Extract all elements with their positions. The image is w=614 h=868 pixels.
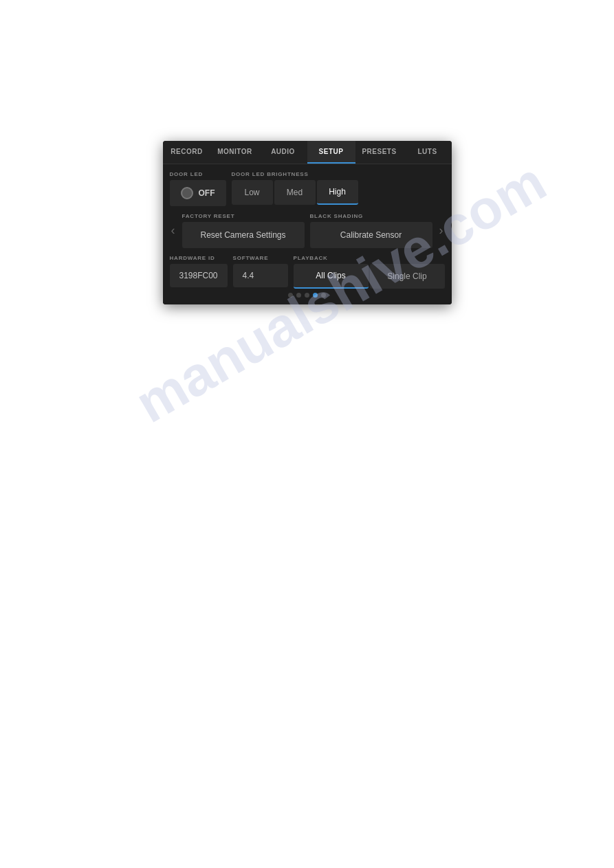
playback-label: PLAYBACK [294,255,445,261]
brightness-btn-group: Low Med High [232,180,358,205]
page-wrapper: manualshive.com RECORD MONITOR AUDIO SET… [0,0,614,868]
calibrate-sensor-btn[interactable]: Calibrate Sensor [310,222,432,248]
info-row: HARDWARE ID 3198FC00 SOFTWARE 4.4 PLAYBA… [170,255,445,289]
dot-4 [313,293,318,298]
content-area: DOOR LED OFF DOOR LED BRIGHTNESS Low Med… [163,164,452,304]
pagination-dots [170,289,445,300]
dot-1 [288,293,293,298]
tab-luts[interactable]: LUTS [404,141,452,164]
next-arrow-btn[interactable]: › [438,218,445,243]
door-led-toggle-label: OFF [199,188,215,198]
hardware-id-group: HARDWARE ID 3198FC00 [170,255,228,287]
door-led-toggle[interactable]: OFF [170,180,226,206]
factory-reset-row: ‹ FACTORY RESET Reset Camera Settings BL… [170,213,445,248]
camera-ui: RECORD MONITOR AUDIO SETUP PRESETS LUTS … [163,141,452,304]
toggle-circle-icon [181,187,193,199]
playback-group: PLAYBACK All Clips Single Clip [294,255,445,289]
tab-presets[interactable]: PRESETS [355,141,404,164]
camera-ui-wrapper: RECORD MONITOR AUDIO SETUP PRESETS LUTS … [163,141,452,304]
playback-btn-group: All Clips Single Clip [294,264,445,289]
dot-2 [296,293,301,298]
tab-record[interactable]: RECORD [163,141,211,164]
factory-reset-label: FACTORY RESET [182,213,305,219]
all-clips-btn[interactable]: All Clips [294,264,369,289]
hardware-id-label: HARDWARE ID [170,255,228,261]
tab-setup[interactable]: SETUP [307,141,355,164]
factory-reset-group: FACTORY RESET Reset Camera Settings [182,213,305,248]
door-led-label: DOOR LED [170,171,226,177]
brightness-low-btn[interactable]: Low [232,180,273,205]
black-shading-group: BLACK SHADING Calibrate Sensor [310,213,432,248]
brightness-high-btn[interactable]: High [317,180,358,205]
black-shading-label: BLACK SHADING [310,213,432,219]
dot-3 [305,293,309,298]
brightness-med-btn[interactable]: Med [274,180,316,205]
tab-monitor[interactable]: MONITOR [211,141,259,164]
tab-audio[interactable]: AUDIO [259,141,307,164]
hardware-id-value: 3198FC00 [170,264,228,287]
door-led-brightness-label: DOOR LED BRIGHTNESS [232,171,358,177]
tab-bar: RECORD MONITOR AUDIO SETUP PRESETS LUTS [163,141,452,164]
software-label: SOFTWARE [233,255,288,261]
factory-reset-btn[interactable]: Reset Camera Settings [182,222,305,248]
software-value: 4.4 [233,264,288,287]
dot-5 [321,293,326,298]
door-led-group: DOOR LED OFF [170,171,226,206]
prev-arrow-btn[interactable]: ‹ [170,218,177,243]
single-clip-btn[interactable]: Single Clip [370,264,445,289]
software-group: SOFTWARE 4.4 [233,255,288,287]
door-led-row: DOOR LED OFF DOOR LED BRIGHTNESS Low Med… [170,171,445,206]
door-led-brightness-group: DOOR LED BRIGHTNESS Low Med High [232,171,358,205]
